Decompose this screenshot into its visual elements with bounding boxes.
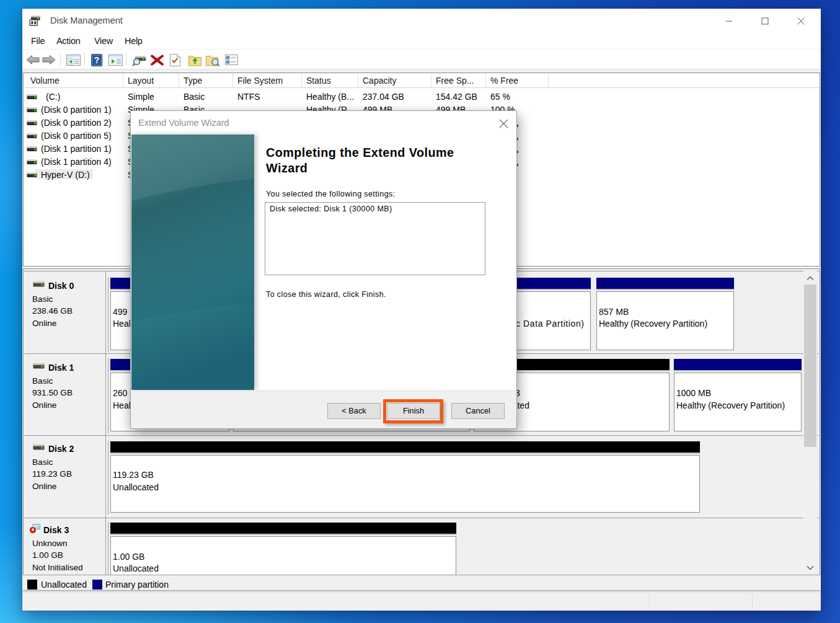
svg-text:?: ? bbox=[94, 55, 100, 65]
